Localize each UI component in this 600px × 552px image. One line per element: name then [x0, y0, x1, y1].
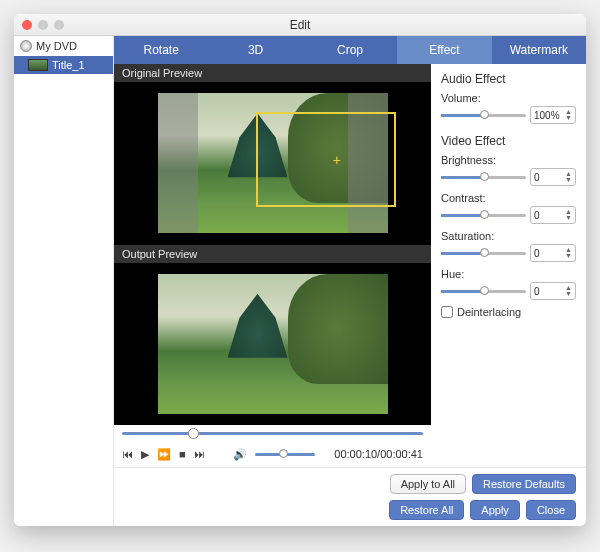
restore-all-button[interactable]: Restore All: [389, 500, 464, 520]
sidebar: My DVD Title_1: [14, 36, 114, 526]
audio-effect-header: Audio Effect: [441, 72, 576, 86]
tab-crop[interactable]: Crop: [303, 36, 397, 64]
volume-spinner[interactable]: 100%▲▼: [530, 106, 576, 124]
edit-window: Edit My DVD Title_1 Rotate 3D Crop Effec…: [14, 14, 586, 526]
next-frame-button[interactable]: ⏭: [194, 448, 205, 460]
saturation-label: Saturation:: [441, 230, 576, 242]
hue-slider[interactable]: [441, 290, 526, 293]
brightness-label: Brightness:: [441, 154, 576, 166]
volume-label: Volume:: [441, 92, 576, 104]
video-effect-header: Video Effect: [441, 134, 576, 148]
disc-item[interactable]: My DVD: [14, 36, 113, 56]
hue-label: Hue:: [441, 268, 576, 280]
play-button[interactable]: ▶: [141, 448, 149, 461]
tab-watermark[interactable]: Watermark: [492, 36, 586, 64]
time-display: 00:00:10/00:00:41: [334, 448, 423, 460]
fast-forward-button[interactable]: ⏩: [157, 448, 171, 461]
brightness-slider[interactable]: [441, 176, 526, 179]
apply-button[interactable]: Apply: [470, 500, 520, 520]
volume-slider[interactable]: [255, 453, 315, 456]
stop-button[interactable]: ■: [179, 448, 186, 460]
brightness-spinner[interactable]: 0▲▼: [530, 168, 576, 186]
volume-icon[interactable]: 🔊: [233, 448, 247, 461]
close-button[interactable]: Close: [526, 500, 576, 520]
disc-icon: [20, 40, 32, 52]
original-preview-label: Original Preview: [114, 64, 431, 82]
contrast-spinner[interactable]: 0▲▼: [530, 206, 576, 224]
saturation-spinner[interactable]: 0▲▼: [530, 244, 576, 262]
tab-bar: Rotate 3D Crop Effect Watermark: [114, 36, 586, 64]
saturation-slider[interactable]: [441, 252, 526, 255]
original-preview: +: [114, 82, 431, 245]
crosshair-icon: +: [333, 152, 341, 168]
tab-effect[interactable]: Effect: [397, 36, 491, 64]
contrast-slider[interactable]: [441, 214, 526, 217]
sidebar-item-title[interactable]: Title_1: [14, 56, 113, 74]
deinterlacing-checkbox[interactable]: [441, 306, 453, 318]
seek-bar[interactable]: [114, 425, 431, 441]
titlebar: Edit: [14, 14, 586, 36]
contrast-label: Contrast:: [441, 192, 576, 204]
title-label: Title_1: [52, 59, 85, 71]
effects-panel: Audio Effect Volume: 100%▲▼ Video Effect…: [431, 64, 586, 467]
window-title: Edit: [14, 18, 586, 32]
tab-rotate[interactable]: Rotate: [114, 36, 208, 64]
output-preview-label: Output Preview: [114, 245, 431, 263]
title-thumbnail: [28, 59, 48, 71]
apply-to-all-button[interactable]: Apply to All: [390, 474, 466, 494]
tab-3d[interactable]: 3D: [208, 36, 302, 64]
hue-spinner[interactable]: 0▲▼: [530, 282, 576, 300]
seek-knob[interactable]: [188, 428, 199, 439]
disc-label: My DVD: [36, 40, 77, 52]
output-preview: [114, 263, 431, 426]
prev-frame-button[interactable]: ⏮: [122, 448, 133, 460]
volume-effect-slider[interactable]: [441, 114, 526, 117]
deinterlacing-label: Deinterlacing: [457, 306, 521, 318]
restore-defaults-button[interactable]: Restore Defaults: [472, 474, 576, 494]
footer: Apply to All Restore Defaults Restore Al…: [114, 467, 586, 526]
